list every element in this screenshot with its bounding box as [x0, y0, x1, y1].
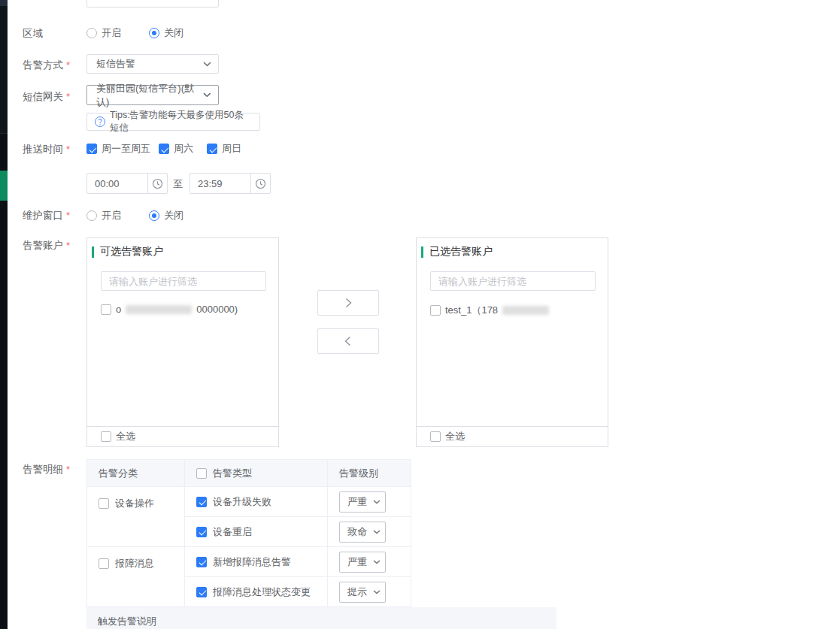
region-label: 区域 [23, 27, 43, 41]
category-checkbox[interactable] [99, 558, 109, 569]
select-value: 短信告警 [96, 57, 135, 71]
level-cell: 提示 [328, 577, 411, 607]
available-accounts-panel: 可选告警账户 o 0000000) 全选 [86, 237, 279, 447]
chevron-down-icon [373, 530, 381, 534]
transfer-right-button[interactable] [317, 290, 379, 316]
checkbox-icon[interactable] [430, 431, 441, 442]
type-checkbox-checked[interactable] [196, 587, 207, 597]
type-cell: 报障消息处理状态变更 [185, 577, 328, 607]
type-checkbox-checked[interactable] [196, 497, 207, 507]
level-select[interactable]: 严重 [339, 491, 386, 513]
checkbox-icon[interactable] [430, 305, 441, 316]
maintenance-radio-off[interactable]: 关闭 [149, 209, 183, 222]
checkbox-checked-icon[interactable] [207, 144, 217, 154]
required-mark: * [66, 91, 70, 102]
collapsed-sidebar[interactable] [0, 0, 8, 629]
radio-icon[interactable] [86, 28, 97, 38]
region-radio-on[interactable]: 开启 [86, 26, 121, 40]
chevron-down-icon [373, 590, 381, 594]
required-mark: * [66, 464, 70, 475]
redacted-text [502, 306, 549, 315]
select-all-row[interactable]: 全选 [417, 426, 608, 446]
day-checkbox-sunday[interactable]: 周日 [207, 142, 241, 156]
sms-gateway-label: 短信网关* [23, 90, 70, 104]
table-row: 设备操作 设备升级失败 严重 [87, 487, 411, 517]
select-all-label: 全选 [116, 430, 135, 443]
radio-label: 开启 [102, 26, 121, 40]
radio-label: 关闭 [164, 26, 183, 40]
panel-title: 可选告警账户 [92, 245, 163, 259]
cropped-top-input[interactable] [86, 0, 219, 8]
level-cell: 严重 [328, 547, 411, 577]
maintenance-radio-on[interactable]: 开启 [86, 209, 121, 222]
table-header-row: 告警分类 告警类型 告警级别 [87, 460, 411, 487]
day-checkbox-weekdays[interactable]: 周一至周五 [86, 142, 150, 156]
radio-selected-icon[interactable] [149, 210, 159, 221]
title-accent-bar [92, 246, 94, 258]
radio-selected-icon[interactable] [149, 28, 159, 38]
select-all-label: 全选 [445, 430, 465, 443]
alert-accounts-label: 告警账户* [23, 239, 70, 253]
transfer-left-button[interactable] [317, 328, 379, 354]
header-level: 告警级别 [328, 460, 411, 487]
level-cell: 严重 [328, 487, 411, 517]
select-all-row[interactable]: 全选 [87, 426, 278, 446]
sms-tips: ? Tips:告警功能每天最多使用50条短信 [86, 113, 260, 131]
header-type: 告警类型 [185, 460, 328, 487]
type-checkbox-checked[interactable] [196, 527, 207, 537]
header-category: 告警分类 [87, 460, 185, 487]
checkbox-icon[interactable] [101, 431, 111, 442]
time-to-input[interactable] [190, 174, 250, 193]
chevron-left-icon [341, 334, 356, 349]
level-select[interactable]: 提示 [339, 582, 386, 603]
checkbox-label: 周一至周五 [102, 142, 150, 156]
chevron-down-icon [373, 500, 381, 504]
level-select[interactable]: 致命 [339, 522, 386, 543]
radio-label: 关闭 [164, 209, 183, 222]
select-value: 美丽田园(短信平台)(默认) [96, 82, 203, 109]
sidebar-segment [0, 6, 8, 133]
checkbox-label: 周日 [222, 142, 241, 156]
required-mark: * [66, 210, 70, 221]
region-radio-off[interactable]: 关闭 [149, 26, 183, 40]
account-list-item[interactable]: o 0000000) [101, 304, 238, 315]
clock-icon [152, 178, 163, 189]
account-text-prefix: test_1（178 [445, 304, 498, 317]
redacted-text [126, 305, 192, 314]
required-mark: * [66, 59, 70, 71]
checkbox-checked-icon[interactable] [86, 144, 97, 154]
alert-details-label: 告警明细* [23, 463, 70, 476]
clock-button[interactable] [250, 174, 270, 193]
account-list-item[interactable]: test_1（178 [430, 304, 549, 317]
time-from-input[interactable] [87, 174, 147, 193]
level-select[interactable]: 严重 [339, 552, 386, 573]
required-mark: * [66, 144, 70, 155]
category-checkbox[interactable] [99, 498, 109, 509]
type-cell: 设备升级失败 [185, 487, 328, 517]
alert-config-form: 区域 开启 关闭 告警方式* 短信告警 短信网关* 美丽田园(短信平台)(默认)… [0, 0, 840, 629]
account-text-suffix: 0000000) [196, 304, 238, 315]
account-text-prefix: o [116, 304, 121, 315]
sms-gateway-select[interactable]: 美丽田园(短信平台)(默认) [86, 85, 219, 105]
title-accent-bar [421, 246, 423, 258]
type-cell: 新增报障消息告警 [185, 547, 328, 577]
checkbox-checked-icon[interactable] [159, 144, 169, 154]
day-checkbox-saturday[interactable]: 周六 [159, 142, 193, 156]
clock-icon [255, 178, 266, 189]
alert-method-select[interactable]: 短信告警 [86, 54, 219, 74]
type-checkbox-checked[interactable] [196, 557, 207, 567]
trigger-note-strip: 触发告警说明 [86, 607, 556, 629]
time-to-group [190, 173, 271, 194]
radio-icon[interactable] [86, 210, 97, 221]
chevron-right-icon [341, 295, 356, 310]
chevron-down-icon [373, 560, 381, 564]
category-cell: 报障消息 [87, 547, 185, 607]
checkbox-icon[interactable] [101, 304, 111, 315]
account-filter-input[interactable] [430, 271, 596, 291]
select-all-types-checkbox[interactable] [196, 468, 207, 479]
chevron-down-icon [203, 62, 211, 67]
account-filter-input[interactable] [101, 271, 266, 291]
clock-button[interactable] [147, 174, 167, 193]
alert-method-label: 告警方式* [23, 59, 70, 72]
panel-title: 已选告警账户 [421, 245, 493, 259]
